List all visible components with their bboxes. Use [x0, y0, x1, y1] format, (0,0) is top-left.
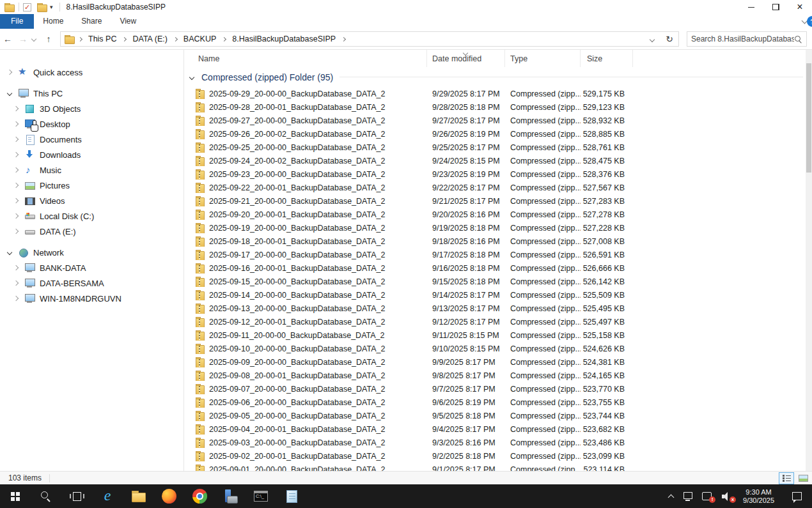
- tree-chevron-icon[interactable]: [12, 104, 20, 113]
- sidebar-item-downloads[interactable]: Downloads: [0, 147, 183, 162]
- qat-dropdown-icon[interactable]: ▾: [50, 4, 53, 10]
- breadcrumb-chevron-icon[interactable]: [222, 36, 226, 41]
- ribbon-tab-share[interactable]: Share: [72, 14, 111, 29]
- file-row-2025-09-08-20-00-01-backupdatabase-data-2[interactable]: 2025-09-08_20-00-01_BackupDatabase_DATA_…: [185, 369, 812, 382]
- tree-chevron-icon[interactable]: [12, 119, 20, 128]
- tray-network[interactable]: [678, 484, 698, 508]
- file-row-2025-09-14-20-00-00-backupdatabase-data-2[interactable]: 2025-09-14_20-00-00_BackupDatabase_DATA_…: [185, 288, 812, 302]
- action-center-button[interactable]: [782, 484, 812, 508]
- file-row-2025-09-28-20-00-01-backupdatabase-data-2[interactable]: 2025-09-28_20-00-01_BackupDatabase_DATA_…: [185, 100, 812, 114]
- taskbar-notepad[interactable]: [276, 484, 307, 508]
- file-row-2025-09-29-20-00-00-backupdatabase-data-2[interactable]: 2025-09-29_20-00-00_BackupDatabase_DATA_…: [185, 87, 812, 100]
- recent-locations-icon[interactable]: [31, 36, 36, 42]
- tree-chevron-icon[interactable]: [12, 263, 20, 272]
- file-row-2025-09-27-20-00-00-backupdatabase-data-2[interactable]: 2025-09-27_20-00-00_BackupDatabase_DATA_…: [185, 114, 812, 127]
- breadcrumb-segment-8-hasilbackupdatabasesipp[interactable]: 8.HasilBackupDatabaseSIPP: [230, 33, 349, 45]
- sidebar-item-win-1m8n4drguvn[interactable]: WIN-1M8N4DRGUVN: [0, 291, 183, 306]
- breadcrumb-chevron-icon[interactable]: [173, 36, 178, 41]
- taskbar-internet-explorer[interactable]: e: [92, 484, 123, 508]
- taskbar-clock[interactable]: 9:30 AM 9/30/2025: [738, 488, 782, 505]
- vertical-scrollbar[interactable]: [806, 50, 812, 471]
- tree-chevron-icon[interactable]: [5, 248, 14, 257]
- refresh-icon[interactable]: ↻: [660, 34, 678, 44]
- tree-chevron-icon[interactable]: [5, 89, 14, 98]
- scrollbar-thumb[interactable]: [806, 63, 811, 173]
- breadcrumb-chevron-icon[interactable]: [78, 36, 82, 41]
- breadcrumb-segment-data-e[interactable]: DATA (E:): [130, 33, 180, 45]
- file-row-2025-09-25-20-00-00-backupdatabase-data-2[interactable]: 2025-09-25_20-00-00_BackupDatabase_DATA_…: [185, 141, 812, 154]
- file-row-2025-09-10-20-00-00-backupdatabase-data-2[interactable]: 2025-09-10_20-00-00_BackupDatabase_DATA_…: [185, 342, 812, 355]
- file-row-2025-09-26-20-00-02-backupdatabase-data-2[interactable]: 2025-09-26_20-00-02_BackupDatabase_DATA_…: [185, 127, 812, 141]
- details-view-button[interactable]: [779, 472, 794, 484]
- tray-sync-alert[interactable]: !: [698, 484, 717, 508]
- file-row-2025-09-18-20-00-01-backupdatabase-data-2[interactable]: 2025-09-18_20-00-01_BackupDatabase_DATA_…: [185, 235, 812, 248]
- sidebar-item-videos[interactable]: Videos: [0, 193, 183, 208]
- sidebar-item-pictures[interactable]: Pictures: [0, 178, 183, 193]
- file-row-2025-09-07-20-00-00-backupdatabase-data-2[interactable]: 2025-09-07_20-00-00_BackupDatabase_DATA_…: [185, 382, 812, 396]
- file-row-2025-09-21-20-00-00-backupdatabase-data-2[interactable]: 2025-09-21_20-00-00_BackupDatabase_DATA_…: [185, 194, 812, 208]
- breadcrumb-segment-backup[interactable]: BACKUP: [181, 33, 230, 45]
- file-row-2025-09-02-20-00-01-backupdatabase-data-2[interactable]: 2025-09-02_20-00-01_BackupDatabase_DATA_…: [185, 449, 812, 463]
- search-icon[interactable]: [794, 35, 802, 43]
- file-row-2025-09-04-20-00-01-backupdatabase-data-2[interactable]: 2025-09-04_20-00-01_BackupDatabase_DATA_…: [185, 422, 812, 436]
- tree-chevron-icon[interactable]: [12, 135, 20, 144]
- large-icons-view-button[interactable]: [795, 472, 811, 484]
- file-row-2025-09-13-20-00-00-backupdatabase-data-2[interactable]: 2025-09-13_20-00-00_BackupDatabase_DATA_…: [185, 302, 812, 315]
- file-row-2025-09-23-20-00-00-backupdatabase-data-2[interactable]: 2025-09-23_20-00-00_BackupDatabase_DATA_…: [185, 167, 812, 181]
- tree-chevron-icon[interactable]: [12, 181, 20, 190]
- file-row-2025-09-15-20-00-00-backupdatabase-data-2[interactable]: 2025-09-15_20-00-00_BackupDatabase_DATA_…: [185, 275, 812, 288]
- ribbon-tab-view[interactable]: View: [111, 14, 145, 29]
- tray-volume-muted[interactable]: x: [717, 484, 738, 508]
- forward-button[interactable]: →: [15, 34, 31, 44]
- file-row-2025-09-22-20-00-01-backupdatabase-data-2[interactable]: 2025-09-22_20-00-01_BackupDatabase_DATA_…: [185, 181, 812, 194]
- search-input[interactable]: [691, 35, 794, 43]
- file-row-2025-09-19-20-00-00-backupdatabase-data-2[interactable]: 2025-09-19_20-00-00_BackupDatabase_DATA_…: [185, 221, 812, 235]
- taskbar-file-explorer[interactable]: [123, 484, 153, 508]
- tree-chevron-icon[interactable]: [5, 68, 14, 77]
- qat-checkmark-icon[interactable]: [23, 3, 31, 12]
- close-button[interactable]: ×: [788, 0, 812, 14]
- help-icon[interactable]: ?: [807, 16, 812, 27]
- file-row-2025-09-03-20-00-00-backupdatabase-data-2[interactable]: 2025-09-03_20-00-00_BackupDatabase_DATA_…: [185, 436, 812, 449]
- tree-chevron-icon[interactable]: [12, 196, 20, 205]
- up-button[interactable]: ↑: [41, 34, 56, 44]
- column-header-date-modified[interactable]: Date modified: [427, 50, 505, 67]
- sidebar-item-network[interactable]: Network: [0, 245, 183, 260]
- breadcrumb-chevron-icon[interactable]: [122, 36, 127, 41]
- taskbar-search[interactable]: [31, 484, 61, 508]
- tree-chevron-icon[interactable]: [12, 227, 20, 236]
- group-header[interactable]: Compressed (zipped) Folder (95): [185, 67, 812, 87]
- column-header-name[interactable]: Name: [189, 50, 427, 67]
- qat-folder-icon[interactable]: [36, 2, 47, 12]
- file-row-2025-09-09-20-00-00-backupdatabase-data-2[interactable]: 2025-09-09_20-00-00_BackupDatabase_DATA_…: [185, 355, 812, 369]
- ribbon-tab-home[interactable]: Home: [34, 14, 72, 29]
- tree-chevron-icon[interactable]: [12, 212, 20, 220]
- sidebar-item-desktop[interactable]: Desktop: [0, 116, 183, 132]
- breadcrumb-segment-this-pc[interactable]: This PC: [86, 33, 130, 45]
- address-dropdown-icon[interactable]: [650, 37, 655, 42]
- sidebar-item-local-disk-c[interactable]: Local Disk (C:): [0, 208, 183, 224]
- taskbar-chrome[interactable]: [184, 484, 215, 508]
- tree-chevron-icon[interactable]: [12, 165, 20, 174]
- file-row-2025-09-20-20-00-01-backupdatabase-data-2[interactable]: 2025-09-20_20-00-01_BackupDatabase_DATA_…: [185, 208, 812, 221]
- file-row-2025-09-12-20-00-01-backupdatabase-data-2[interactable]: 2025-09-12_20-00-01_BackupDatabase_DATA_…: [185, 315, 812, 328]
- sidebar-item-data-e[interactable]: DATA (E:): [0, 224, 183, 239]
- sidebar-item-bank-data[interactable]: BANK-DATA: [0, 260, 183, 275]
- sidebar-item-data-bersama[interactable]: DATA-BERSAMA: [0, 275, 183, 291]
- file-row-2025-09-01-20-00-00-backupdatabase-data-2[interactable]: 2025-09-01_20-00-00_BackupDatabase_DATA_…: [185, 463, 812, 471]
- file-row-2025-09-24-20-00-02-backupdatabase-data-2[interactable]: 2025-09-24_20-00-02_BackupDatabase_DATA_…: [185, 154, 812, 167]
- address-box[interactable]: This PC DATA (E:) BACKUP: [60, 31, 679, 47]
- file-row-2025-09-05-20-00-00-backupdatabase-data-2[interactable]: 2025-09-05_20-00-00_BackupDatabase_DATA_…: [185, 409, 812, 422]
- sidebar-item-quick-access[interactable]: Quick access: [0, 65, 183, 80]
- taskbar-management-tool[interactable]: [215, 484, 246, 508]
- tree-chevron-icon[interactable]: [12, 279, 20, 288]
- tray-hidden-icons[interactable]: [664, 484, 678, 508]
- taskbar-command-prompt[interactable]: [246, 484, 276, 508]
- file-row-2025-09-16-20-00-01-backupdatabase-data-2[interactable]: 2025-09-16_20-00-01_BackupDatabase_DATA_…: [185, 261, 812, 275]
- taskbar-firefox[interactable]: [153, 484, 184, 508]
- group-collapse-icon[interactable]: [187, 73, 196, 82]
- minimize-button[interactable]: [739, 0, 763, 14]
- maximize-button[interactable]: [763, 0, 788, 14]
- breadcrumb-chevron-icon[interactable]: [341, 36, 346, 41]
- sidebar-item-this-pc[interactable]: This PC: [0, 86, 183, 101]
